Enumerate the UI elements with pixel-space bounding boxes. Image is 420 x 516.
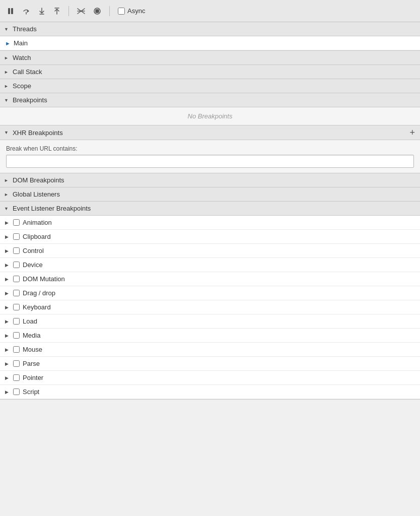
async-control: Async	[118, 7, 145, 15]
event-listener-item[interactable]: ▶Animation	[0, 216, 420, 230]
dom-breakpoints-section[interactable]: ► DOM Breakpoints	[0, 173, 420, 187]
event-listener-label: Mouse	[23, 346, 42, 353]
event-listener-section-header[interactable]: ▼ Event Listener Breakpoints	[0, 202, 420, 216]
xhr-breakpoints-section-content: Break when URL contains:	[0, 140, 420, 173]
event-listener-item[interactable]: ▶Pointer	[0, 371, 420, 385]
global-listeners-section[interactable]: ► Global Listeners	[0, 187, 420, 202]
watch-section[interactable]: ► Watch	[0, 51, 420, 65]
scope-triangle: ►	[4, 84, 10, 89]
toolbar-separator-1	[68, 6, 69, 16]
global-listeners-triangle: ►	[4, 192, 10, 197]
event-listener-item[interactable]: ▶Device	[0, 258, 420, 272]
event-listener-triangle: ▶	[5, 291, 10, 296]
thread-main[interactable]: ► Main	[0, 36, 420, 50]
event-listener-checkbox-device[interactable]	[13, 262, 20, 268]
event-listener-triangle: ▶	[5, 263, 10, 268]
toolbar: Async	[0, 0, 420, 22]
event-listener-checkbox-script[interactable]	[13, 389, 20, 395]
event-listener-item[interactable]: ▶Media	[0, 329, 420, 343]
event-listener-item[interactable]: ▶Control	[0, 244, 420, 258]
scope-section-title: Scope	[13, 82, 31, 90]
no-breakpoints-message: No Breakpoints	[0, 107, 420, 125]
async-checkbox[interactable]	[118, 8, 125, 15]
event-listener-label: Keyboard	[23, 303, 51, 311]
svg-rect-0	[8, 8, 10, 14]
async-label: Async	[127, 7, 145, 15]
event-listener-label: Parse	[23, 360, 40, 367]
event-listener-section-title: Event Listener Breakpoints	[13, 205, 91, 212]
event-listener-triangle: ▶	[5, 319, 10, 324]
event-listener-triangle: ▶	[5, 347, 10, 352]
event-listener-item[interactable]: ▶Script	[0, 385, 420, 399]
event-listener-item[interactable]: ▶DOM Mutation	[0, 272, 420, 286]
thread-main-label: Main	[14, 39, 28, 47]
event-listener-triangle: ▼	[4, 206, 10, 211]
breakpoints-section-title: Breakpoints	[13, 96, 47, 104]
breakpoints-section: ▼ Breakpoints No Breakpoints	[0, 93, 420, 125]
scope-section[interactable]: ► Scope	[0, 79, 420, 93]
event-listener-label: Pointer	[23, 374, 43, 381]
event-listener-checkbox-media[interactable]	[13, 332, 20, 339]
event-listener-triangle: ▶	[5, 234, 10, 239]
threads-section-header[interactable]: ▼ Threads	[0, 22, 420, 36]
event-listener-checkbox-dom-mutation[interactable]	[13, 276, 20, 282]
stop-button[interactable]	[91, 6, 103, 16]
event-listener-checkbox-animation[interactable]	[13, 219, 20, 226]
event-listener-section: ▼ Event Listener Breakpoints ▶Animation▶…	[0, 202, 420, 400]
threads-section-title: Threads	[13, 25, 37, 33]
event-listener-item[interactable]: ▶Keyboard	[0, 300, 420, 314]
event-listener-triangle: ▶	[5, 375, 10, 380]
event-listener-triangle: ▶	[5, 220, 10, 225]
breakpoints-section-content: No Breakpoints	[0, 107, 420, 125]
threads-section-content: ► Main	[0, 36, 420, 50]
toolbar-separator-2	[109, 6, 110, 16]
call-stack-section[interactable]: ► Call Stack	[0, 65, 420, 79]
thread-main-arrow: ►	[5, 40, 11, 46]
deactivate-button[interactable]	[75, 7, 87, 16]
dom-breakpoints-section-title: DOM Breakpoints	[13, 176, 64, 184]
event-listener-label: Animation	[23, 219, 52, 226]
event-listener-checkbox-mouse[interactable]	[13, 346, 20, 353]
event-listener-label: Media	[23, 332, 40, 339]
xhr-breakpoints-section: ▼ XHR Breakpoints + Break when URL conta…	[0, 125, 420, 173]
event-listener-item[interactable]: ▶Parse	[0, 357, 420, 371]
event-listener-label: Load	[23, 317, 37, 325]
xhr-add-button[interactable]: +	[408, 128, 416, 137]
event-listener-item[interactable]: ▶Mouse	[0, 343, 420, 357]
event-listener-triangle: ▶	[5, 390, 10, 395]
event-listener-triangle: ▶	[5, 333, 10, 338]
event-listener-label: Clipboard	[23, 233, 51, 240]
breakpoints-triangle: ▼	[4, 98, 10, 103]
event-listener-item[interactable]: ▶Clipboard	[0, 230, 420, 244]
event-listener-triangle: ▶	[5, 248, 10, 253]
event-listener-checkbox-pointer[interactable]	[13, 374, 20, 381]
event-listener-checkbox-parse[interactable]	[13, 360, 20, 367]
xhr-breakpoints-section-header[interactable]: ▼ XHR Breakpoints +	[0, 125, 420, 140]
step-out-button[interactable]	[51, 7, 62, 16]
event-listener-item[interactable]: ▶Drag / drop	[0, 286, 420, 300]
event-listener-section-content: ▶Animation▶Clipboard▶Control▶Device▶DOM …	[0, 216, 420, 399]
event-listener-checkbox-control[interactable]	[13, 247, 20, 254]
xhr-triangle: ▼	[4, 130, 10, 135]
xhr-url-label: Break when URL contains:	[6, 145, 414, 152]
event-listener-label: Drag / drop	[23, 289, 55, 297]
event-listener-label: Device	[23, 261, 43, 269]
step-over-button[interactable]	[20, 6, 32, 16]
svg-rect-11	[96, 10, 99, 13]
xhr-url-input[interactable]	[6, 155, 414, 168]
xhr-breakpoints-section-title: XHR Breakpoints	[13, 129, 63, 137]
event-listener-label: Control	[23, 247, 44, 254]
event-listener-checkbox-drag-/-drop[interactable]	[13, 290, 20, 296]
global-listeners-section-title: Global Listeners	[13, 190, 60, 198]
breakpoints-section-header[interactable]: ▼ Breakpoints	[0, 93, 420, 107]
event-listener-item[interactable]: ▶Load	[0, 314, 420, 329]
event-listener-checkbox-keyboard[interactable]	[13, 304, 20, 310]
threads-section: ▼ Threads ► Main	[0, 22, 420, 51]
event-listener-checkbox-load[interactable]	[13, 318, 20, 325]
event-listener-checkbox-clipboard[interactable]	[13, 233, 20, 240]
pause-button[interactable]	[5, 7, 16, 16]
call-stack-section-title: Call Stack	[13, 68, 42, 76]
step-into-button[interactable]	[36, 7, 47, 16]
event-listener-triangle: ▶	[5, 361, 10, 366]
svg-rect-1	[11, 8, 13, 14]
